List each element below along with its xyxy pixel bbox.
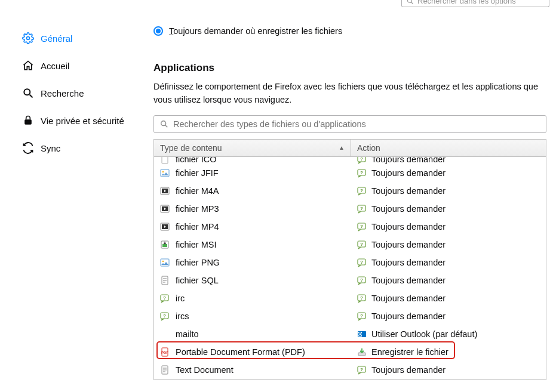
table-row[interactable]: fichier JFIF?Toujours demander	[154, 164, 546, 182]
action-label: Enregistrer le fichier	[371, 347, 448, 357]
svg-rect-34	[161, 259, 169, 266]
section-title-applications: Applications	[153, 62, 549, 74]
svg-text:?: ?	[360, 157, 363, 162]
sidebar: Général Accueil Recherche Vie privée et …	[17, 26, 136, 163]
svg-text:?: ?	[360, 367, 363, 372]
svg-line-7	[165, 125, 168, 128]
image-file-icon	[160, 168, 170, 178]
outlook-icon	[357, 329, 367, 339]
svg-point-12	[162, 171, 164, 173]
svg-text:?: ?	[360, 260, 363, 265]
content-type-label: mailto	[176, 329, 199, 339]
content-type-label: irc	[176, 294, 185, 303]
action-label: Toujours demander	[371, 204, 446, 214]
image-file-icon	[160, 258, 170, 267]
table-row[interactable]: fichier PNG?Toujours demander	[154, 254, 546, 271]
ask-icon: ?	[357, 222, 367, 232]
svg-point-35	[162, 261, 164, 263]
main-content: Toujours demander où enregistrer les fic…	[153, 0, 549, 380]
media-file-icon	[160, 186, 170, 196]
content-type-label: fichier MP4	[176, 222, 219, 232]
table-row[interactable]: fichier MP4?Toujours demander	[154, 218, 546, 236]
ask-icon: ?	[357, 168, 367, 178]
applications-search-input[interactable]	[153, 115, 546, 133]
generic-file-icon	[160, 157, 170, 164]
ask-icon: ?	[357, 258, 367, 267]
applications-table-header: Type de contenu ▲ Action	[154, 140, 546, 157]
sidebar-item-label: Recherche	[41, 88, 84, 98]
svg-line-4	[30, 95, 33, 98]
sidebar-item-sync[interactable]: Sync	[17, 136, 136, 160]
radio-always-ask-save[interactable]: Toujours demander où enregistrer les fic…	[153, 26, 549, 36]
table-row[interactable]: Text Document?Toujours demander	[154, 361, 546, 379]
table-row[interactable]: fichier SQL?Toujours demander	[154, 271, 546, 289]
svg-text:?: ?	[163, 295, 166, 301]
svg-rect-11	[161, 169, 169, 177]
content-type-label: fichier JFIF	[176, 168, 219, 178]
search-icon	[21, 87, 35, 99]
action-label: Toujours demander	[371, 186, 446, 196]
svg-text:?: ?	[163, 313, 166, 319]
content-type-label: Portable Document Format (PDF)	[176, 347, 305, 357]
table-row[interactable]: fichier ICO?Toujours demander	[154, 157, 546, 164]
table-row[interactable]: mailtoUtiliser Outlook (par défaut)	[154, 325, 546, 343]
content-type-label: Text Document	[176, 365, 234, 375]
applications-search-field[interactable]	[173, 119, 540, 129]
sidebar-item-label: Accueil	[41, 61, 69, 71]
svg-point-3	[24, 89, 30, 95]
ask-icon: ?	[357, 157, 367, 164]
svg-text:?: ?	[360, 295, 363, 301]
sidebar-item-label: Général	[41, 33, 72, 44]
sidebar-item-general[interactable]: Général	[17, 26, 136, 50]
svg-text:?: ?	[360, 277, 363, 283]
header-content-type[interactable]: Type de contenu ▲	[154, 140, 351, 156]
lock-icon	[21, 115, 35, 126]
sync-icon	[21, 142, 35, 154]
sidebar-item-label: Sync	[41, 143, 60, 153]
table-row[interactable]: fichier MSI?Toujours demander	[154, 236, 546, 254]
table-row[interactable]: fichier M4A?Toujours demander	[154, 182, 546, 200]
ask-icon: ?	[160, 311, 170, 321]
ask-icon: ?	[357, 186, 367, 196]
sidebar-item-home[interactable]: Accueil	[17, 54, 136, 78]
action-label: Utiliser Outlook (par défaut)	[371, 329, 477, 339]
svg-text:PDF: PDF	[161, 351, 168, 354]
ask-icon: ?	[357, 365, 367, 375]
action-label: Toujours demander	[371, 157, 446, 164]
ask-icon: ?	[160, 294, 170, 303]
content-type-label: fichier PNG	[176, 258, 220, 267]
content-type-label: fichier ICO	[176, 157, 217, 164]
table-row[interactable]: ?irc?Toujours demander	[154, 289, 546, 307]
radio-label: Toujours demander où enregistrer les fic…	[169, 26, 342, 36]
sidebar-item-privacy[interactable]: Vie privée et sécurité	[17, 109, 136, 132]
ask-icon: ?	[357, 240, 367, 249]
svg-text:?: ?	[360, 170, 363, 175]
table-row[interactable]: ?ircs?Toujours demander	[154, 307, 546, 325]
svg-rect-5	[24, 119, 32, 124]
action-label: Toujours demander	[371, 294, 446, 303]
content-type-label: ircs	[176, 311, 189, 321]
ask-icon: ?	[357, 294, 367, 303]
svg-text:?: ?	[360, 242, 363, 247]
applications-table-body[interactable]: fichier ICO?Toujours demanderfichier JFI…	[154, 157, 546, 379]
ask-icon: ?	[357, 204, 367, 214]
action-label: Toujours demander	[371, 240, 446, 249]
action-label: Toujours demander	[371, 258, 446, 267]
sidebar-item-search[interactable]: Recherche	[17, 81, 136, 105]
header-action[interactable]: Action	[351, 140, 546, 156]
text-file-icon	[160, 365, 170, 375]
svg-text:?: ?	[360, 188, 363, 193]
content-type-label: fichier SQL	[176, 276, 219, 285]
none-icon	[160, 329, 170, 339]
ask-icon: ?	[357, 276, 367, 285]
media-file-icon	[160, 222, 170, 232]
applications-table: Type de contenu ▲ Action fichier ICO?Tou…	[153, 139, 546, 380]
content-type-label: fichier M4A	[176, 186, 219, 196]
action-label: Toujours demander	[371, 222, 446, 232]
action-label: Toujours demander	[371, 276, 446, 285]
section-description: Définissez le comportement de Firefox av…	[153, 80, 549, 107]
pdf-file-icon: PDF	[160, 347, 170, 357]
installer-file-icon	[160, 240, 170, 249]
table-row[interactable]: PDFPortable Document Format (PDF)Enregis…	[154, 343, 546, 361]
table-row[interactable]: fichier MP3?Toujours demander	[154, 200, 546, 218]
